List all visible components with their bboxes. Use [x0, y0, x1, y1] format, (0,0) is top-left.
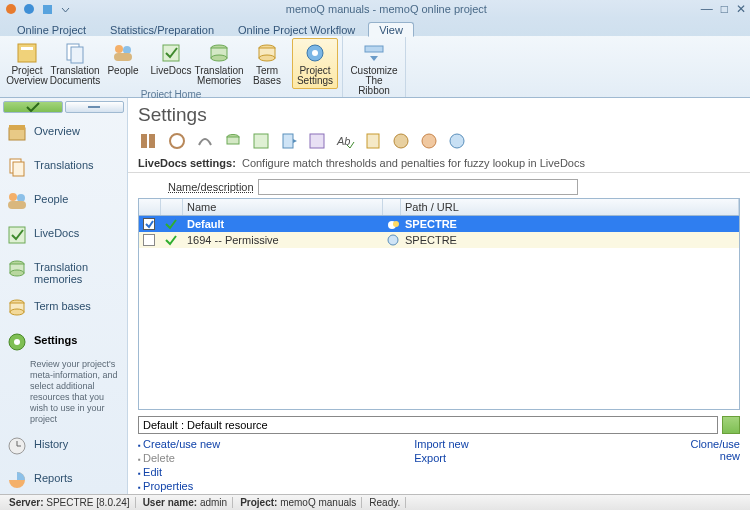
tab-view[interactable]: View [368, 22, 414, 37]
tool-web-icon[interactable] [446, 130, 468, 152]
quick-access-toolbar [4, 2, 72, 16]
col-location-icon[interactable] [383, 199, 401, 215]
link-clone[interactable]: Clone/use new [690, 438, 740, 462]
col-path[interactable]: Path / URL [401, 199, 739, 215]
livedocs-button[interactable]: LiveDocs [148, 38, 194, 89]
sidebar-item-translations[interactable]: Translations [0, 150, 127, 184]
sidebar-item-reports[interactable]: Reports [0, 463, 127, 497]
svg-point-34 [10, 309, 24, 315]
tool-export-icon[interactable] [278, 130, 300, 152]
filter-label: Name/description [168, 181, 254, 193]
svg-point-8 [123, 46, 131, 54]
tab-online-project[interactable]: Online Project [6, 22, 97, 36]
sidebar-item-termbases[interactable]: Term bases [0, 291, 127, 325]
livedocs-icon [159, 41, 183, 65]
status-ready: Ready. [364, 497, 406, 508]
project-overview-button[interactable]: Project Overview [4, 38, 50, 89]
people-button[interactable]: People [100, 38, 146, 89]
sidebar-item-tm[interactable]: Translation memories [0, 252, 127, 291]
table-row[interactable]: Default SPECTRE [139, 216, 739, 232]
tool-livedocs-icon[interactable] [250, 130, 272, 152]
svg-rect-6 [71, 47, 83, 63]
gear-nav-icon [6, 331, 28, 353]
link-create[interactable]: Create/use new [138, 438, 414, 450]
left-sidebar: Overview Translations People LiveDocs Tr… [0, 98, 128, 494]
qat-icon-2[interactable] [22, 2, 36, 16]
sidebar-item-livedocs[interactable]: LiveDocs [0, 218, 127, 252]
row-name: 1694 -- Permissive [183, 232, 383, 248]
svg-rect-44 [283, 134, 293, 148]
maximize-button[interactable]: □ [721, 2, 728, 16]
tool-qa-icon[interactable] [194, 130, 216, 152]
link-import[interactable]: Import new [414, 438, 690, 450]
tab-workflow[interactable]: Online Project Workflow [227, 22, 366, 36]
table-row[interactable]: 1694 -- Permissive SPECTRE [139, 232, 739, 248]
svg-rect-19 [365, 46, 383, 52]
tool-mt-icon[interactable] [418, 130, 440, 152]
svg-rect-24 [13, 162, 24, 176]
sidebar-item-settings[interactable]: Settings [0, 325, 127, 359]
status-server-label: Server: [9, 497, 43, 508]
svg-point-25 [9, 193, 17, 201]
link-properties[interactable]: Properties [138, 480, 414, 492]
row-path: SPECTRE [401, 232, 739, 248]
resource-description-input[interactable] [138, 416, 718, 434]
tool-tm-icon[interactable] [222, 130, 244, 152]
svg-rect-27 [8, 201, 26, 209]
sidebar-item-people[interactable]: People [0, 184, 127, 218]
svg-rect-42 [227, 137, 239, 144]
apply-button[interactable] [722, 416, 740, 434]
tool-general-icon[interactable] [138, 130, 160, 152]
resources-table: Name Path / URL Default SPECTRE 1694 -- … [138, 198, 740, 410]
ribbon-tabs: Online Project Statistics/Preparation On… [0, 18, 750, 36]
term-bases-button[interactable]: Term Bases [244, 38, 290, 89]
svg-point-48 [394, 134, 408, 148]
table-body: Default SPECTRE 1694 -- Permissive SPECT… [139, 216, 739, 409]
minimize-button[interactable]: — [701, 2, 713, 16]
customize-ribbon-button[interactable]: Customize The Ribbon [347, 38, 401, 99]
termbases-icon [255, 41, 279, 65]
translation-memories-button[interactable]: Translation Memories [196, 38, 242, 89]
svg-point-7 [115, 45, 123, 53]
col-pin[interactable] [161, 199, 183, 215]
ribbon-group-ribbon: Customize The Ribbon Ribbon [343, 36, 406, 97]
svg-point-53 [388, 235, 398, 245]
link-edit[interactable]: Edit [138, 466, 414, 478]
tab-statistics[interactable]: Statistics/Preparation [99, 22, 225, 36]
tool-autocorrect-icon[interactable]: Ab [334, 130, 356, 152]
toggle-flat-button[interactable] [65, 101, 125, 113]
title-bar: memoQ manuals - memoQ online project — □… [0, 0, 750, 18]
table-header: Name Path / URL [139, 199, 739, 216]
svg-point-52 [393, 221, 399, 227]
col-checkbox[interactable] [139, 199, 161, 215]
col-name[interactable]: Name [183, 199, 383, 215]
svg-point-36 [14, 339, 20, 345]
page-title: Settings [138, 104, 740, 126]
svg-text:Ab: Ab [336, 135, 350, 147]
qat-dropdown-icon[interactable] [58, 2, 72, 16]
link-export[interactable]: Export [414, 452, 690, 464]
status-user-value: admin [200, 497, 227, 508]
main-panel: Settings Ab LiveDocs settings: Configure… [128, 98, 750, 494]
tool-filter-icon[interactable] [362, 130, 384, 152]
qat-icon-1[interactable] [4, 2, 18, 16]
documents-icon [63, 41, 87, 65]
tool-keyboard-icon[interactable] [390, 130, 412, 152]
svg-rect-45 [310, 134, 324, 148]
row-checkbox[interactable] [143, 218, 155, 230]
toggle-check-button[interactable] [3, 101, 63, 113]
people-group-icon [6, 190, 28, 212]
svg-rect-43 [254, 134, 268, 148]
close-button[interactable]: ✕ [736, 2, 746, 16]
settings-gear-icon [303, 41, 327, 65]
sidebar-item-history[interactable]: History [0, 429, 127, 463]
qat-icon-3[interactable] [40, 2, 54, 16]
filter-input[interactable] [258, 179, 578, 195]
tool-segmentation-icon[interactable] [166, 130, 188, 152]
row-checkbox[interactable] [143, 234, 155, 246]
tool-nontrans-icon[interactable] [306, 130, 328, 152]
translation-documents-button[interactable]: Translation Documents [52, 38, 98, 89]
sidebar-item-overview[interactable]: Overview [0, 116, 127, 150]
window-title: memoQ manuals - memoQ online project [72, 3, 701, 15]
project-settings-button[interactable]: Project Settings [292, 38, 338, 89]
